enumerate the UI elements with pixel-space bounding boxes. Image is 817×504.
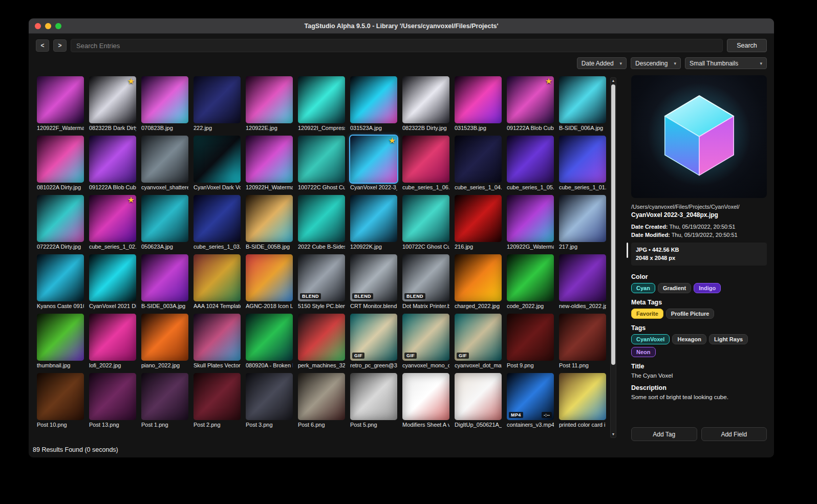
thumbnail[interactable]: GIF xyxy=(402,314,449,361)
thumbnail[interactable]: GIF xyxy=(455,314,502,361)
grid-item[interactable]: 100722C Ghost Cub xyxy=(402,195,449,250)
grid-item[interactable]: 222.jpg xyxy=(193,76,241,131)
grid-item[interactable]: DigItUp_050621A_S xyxy=(455,373,502,428)
thumbnail[interactable] xyxy=(37,254,84,301)
thumbnail[interactable] xyxy=(559,314,606,361)
thumbnail[interactable] xyxy=(193,254,241,301)
thumbnail[interactable]: BLEND xyxy=(402,254,449,301)
grid-item[interactable]: 050623A.jpg xyxy=(141,195,188,250)
thumbnail[interactable] xyxy=(298,314,345,361)
grid-item[interactable]: cube_series_1_06.j xyxy=(402,136,449,190)
tag-pill[interactable]: Gradient xyxy=(658,283,691,293)
grid-item[interactable]: 120922G_Waterma xyxy=(507,195,554,250)
grid-item[interactable]: GIFretro_pc_green@3x xyxy=(350,314,397,368)
tag-pill[interactable]: CyanVoxel xyxy=(631,334,670,344)
grid-item[interactable]: cube_series_1_01.j xyxy=(559,136,606,190)
thumbnail[interactable]: GIF xyxy=(350,314,397,361)
grid-item[interactable]: 082322B Dirty.jpg xyxy=(402,76,449,131)
thumbnail[interactable] xyxy=(559,76,606,123)
grid-item[interactable]: 120922K.jpg xyxy=(350,195,397,250)
grid-item[interactable]: 070823B.jpg xyxy=(141,76,188,131)
thumbnail[interactable] xyxy=(141,373,188,420)
grid-item[interactable]: 081022A Dirty.jpg xyxy=(37,136,84,190)
thumbnail[interactable] xyxy=(193,373,241,420)
sort-field-dropdown[interactable]: Date Added ▾ xyxy=(577,57,627,69)
tag-pill[interactable]: Indigo xyxy=(694,283,721,293)
forward-button[interactable]: > xyxy=(53,39,67,52)
grid-item[interactable]: B-SIDE_005B.jpg xyxy=(246,195,293,250)
grid-item[interactable]: 072222A Dirty.jpg xyxy=(37,195,84,250)
scroll-down-icon[interactable]: ▼ xyxy=(612,431,615,437)
grid-item[interactable]: ★CyanVoxel 2022-3_ xyxy=(350,136,397,190)
thumbnail[interactable] xyxy=(89,373,136,420)
grid-item[interactable]: perk_machines_32p xyxy=(298,314,345,368)
thumbnail[interactable] xyxy=(246,76,293,123)
grid-item[interactable]: Post 13.png xyxy=(89,373,136,428)
thumbnail[interactable] xyxy=(141,314,188,361)
tag-pill[interactable]: Favorite xyxy=(631,309,663,319)
thumbnail[interactable] xyxy=(402,373,449,420)
thumbnail[interactable] xyxy=(37,76,84,123)
thumbnail[interactable] xyxy=(298,76,345,123)
close-window-button[interactable] xyxy=(35,23,41,29)
thumbnail[interactable] xyxy=(402,76,449,123)
thumbnail[interactable] xyxy=(298,373,345,420)
thumbnail[interactable] xyxy=(559,195,606,242)
tag-pill[interactable]: Light Rays xyxy=(709,334,748,344)
thumbnail[interactable]: BLEND xyxy=(298,254,345,301)
thumbnail[interactable] xyxy=(507,195,554,242)
grid-item[interactable]: BLEND5150 Style PC.blend xyxy=(298,254,345,309)
tag-pill[interactable]: Profile Picture xyxy=(666,309,715,319)
grid-item[interactable]: Post 11.png xyxy=(559,314,606,368)
search-button[interactable]: Search xyxy=(727,39,767,52)
thumbnail[interactable] xyxy=(350,195,397,242)
grid-item[interactable]: Modifiers Sheet A v xyxy=(402,373,449,428)
grid-item[interactable]: Post 6.png xyxy=(298,373,345,428)
thumbnail[interactable] xyxy=(507,314,554,361)
thumbnail[interactable] xyxy=(246,373,293,420)
minimize-window-button[interactable] xyxy=(45,23,51,29)
grid-item[interactable]: lofi_2022.jpg xyxy=(89,314,136,368)
grid-item[interactable]: Kyanos Caste 0910 xyxy=(37,254,84,309)
grid-item[interactable]: new-oldies_2022.jp xyxy=(559,254,606,309)
scrollbar-thumb[interactable] xyxy=(611,84,615,365)
thumbnail[interactable] xyxy=(37,373,84,420)
thumbnail[interactable] xyxy=(350,76,397,123)
grid-item[interactable]: Post 2.png xyxy=(193,373,241,428)
grid-item[interactable]: MP4-:--containers_v3.mp4 xyxy=(507,373,554,428)
tag-pill[interactable]: Cyan xyxy=(631,283,655,293)
thumbnail[interactable] xyxy=(89,314,136,361)
thumbnail[interactable] xyxy=(89,136,136,183)
thumbnail[interactable] xyxy=(507,136,554,183)
thumbnail-size-dropdown[interactable]: Small Thumbnails ▾ xyxy=(685,57,767,69)
thumbnail[interactable] xyxy=(193,314,241,361)
grid-item[interactable]: GIFcyanvoxel_dot_mat xyxy=(455,314,502,368)
grid-item[interactable]: 091222A Blob Cube xyxy=(89,136,136,190)
panel-scrollbar[interactable] xyxy=(627,243,628,258)
sort-direction-dropdown[interactable]: Descending ▾ xyxy=(631,57,681,69)
grid-item[interactable]: 120922F_Watermark xyxy=(37,76,84,131)
thumbnail[interactable] xyxy=(559,373,606,420)
scroll-up-icon[interactable]: ▲ xyxy=(612,78,615,84)
thumbnail[interactable]: BLEND xyxy=(350,254,397,301)
grid-item[interactable]: Post 1.png xyxy=(141,373,188,428)
grid-item[interactable]: 031523A.jpg xyxy=(350,76,397,131)
grid-item[interactable]: 216.jpg xyxy=(455,195,502,250)
grid-item[interactable]: 100722C Ghost Cub xyxy=(298,136,345,190)
grid-item[interactable]: cube_series_1_03.j xyxy=(193,195,241,250)
thumbnail[interactable] xyxy=(455,254,502,301)
thumbnail[interactable] xyxy=(507,254,554,301)
thumbnail[interactable] xyxy=(141,254,188,301)
grid-item[interactable]: Post 3.png xyxy=(246,373,293,428)
zoom-window-button[interactable] xyxy=(55,23,61,29)
grid-item[interactable]: printed color card i xyxy=(559,373,606,428)
search-input[interactable] xyxy=(71,39,723,52)
thumbnail[interactable] xyxy=(37,195,84,242)
grid-item[interactable]: 120922E.jpg xyxy=(246,76,293,131)
thumbnail[interactable] xyxy=(141,136,188,183)
thumbnail[interactable] xyxy=(455,195,502,242)
thumbnail[interactable]: ★ xyxy=(89,195,136,242)
grid-item[interactable]: Skull Plates Vector xyxy=(193,314,241,368)
grid-item[interactable]: Post 9.png xyxy=(507,314,554,368)
thumbnail[interactable] xyxy=(193,76,241,123)
